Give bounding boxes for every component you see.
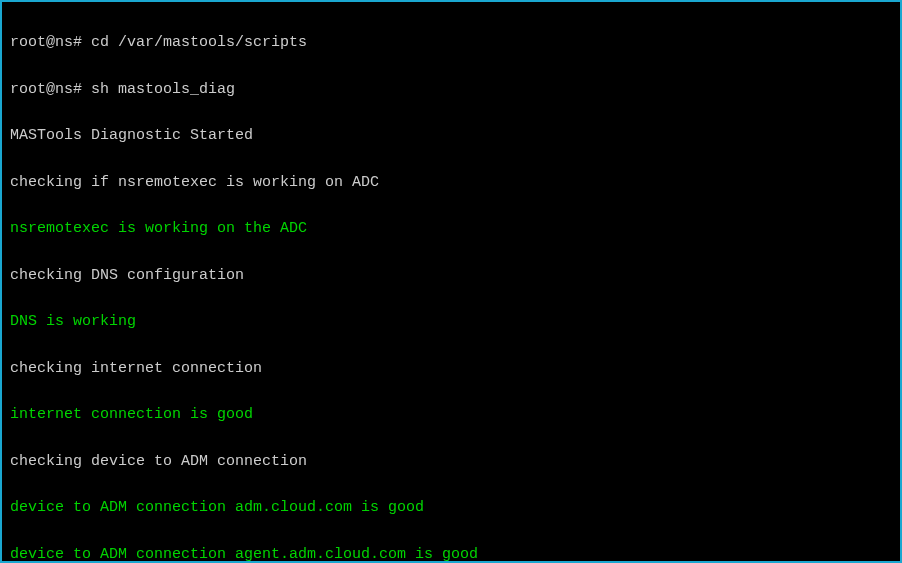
diag-start-line: MASTools Diagnostic Started xyxy=(10,124,892,147)
nsremote-ok-line: nsremotexec is working on the ADC xyxy=(10,217,892,240)
shell-prompt: root@ns# xyxy=(10,34,91,51)
check-internet-line: checking internet connection xyxy=(10,357,892,380)
internet-ok-line: internet connection is good xyxy=(10,403,892,426)
adm2-ok-line: device to ADM connection agent.adm.cloud… xyxy=(10,543,892,563)
command-text: cd /var/mastools/scripts xyxy=(91,34,307,51)
command-text: sh mastools_diag xyxy=(91,81,235,98)
check-nsremote-line: checking if nsremotexec is working on AD… xyxy=(10,171,892,194)
cmd-line-1: root@ns# cd /var/mastools/scripts xyxy=(10,31,892,54)
dns-ok-line: DNS is working xyxy=(10,310,892,333)
cmd-line-2: root@ns# sh mastools_diag xyxy=(10,78,892,101)
adm1-ok-line: device to ADM connection adm.cloud.com i… xyxy=(10,496,892,519)
terminal-output[interactable]: root@ns# cd /var/mastools/scripts root@n… xyxy=(2,2,900,563)
shell-prompt: root@ns# xyxy=(10,81,91,98)
check-dns-line: checking DNS configuration xyxy=(10,264,892,287)
check-adm-line: checking device to ADM connection xyxy=(10,450,892,473)
